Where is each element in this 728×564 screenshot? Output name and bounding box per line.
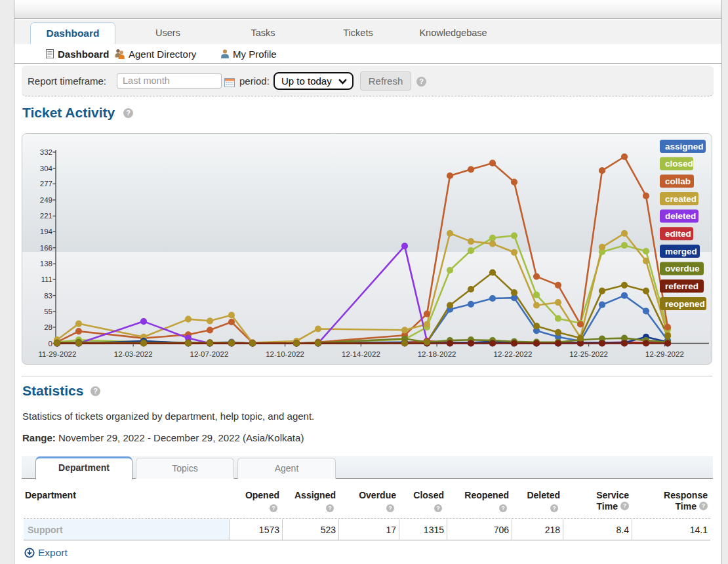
svg-text:12-07-2022: 12-07-2022 xyxy=(190,350,228,358)
svg-text:12-25-2022: 12-25-2022 xyxy=(569,350,608,358)
svg-text:111: 111 xyxy=(41,275,52,283)
svg-text:166: 166 xyxy=(40,244,52,252)
svg-text:194: 194 xyxy=(40,228,53,235)
svg-text:created: created xyxy=(665,194,697,204)
svg-text:249: 249 xyxy=(40,196,52,204)
svg-text:collab: collab xyxy=(665,176,691,186)
svg-text:12-22-2022: 12-22-2022 xyxy=(493,350,532,358)
svg-text:221: 221 xyxy=(40,212,52,220)
svg-text:deleted: deleted xyxy=(665,211,696,221)
svg-text:12-18-2022: 12-18-2022 xyxy=(418,350,456,358)
svg-text:referred: referred xyxy=(665,281,698,291)
svg-text:138: 138 xyxy=(40,260,52,268)
svg-text:12-10-2022: 12-10-2022 xyxy=(266,350,304,358)
svg-text:332: 332 xyxy=(40,148,52,156)
svg-text:closed: closed xyxy=(665,159,693,169)
svg-text:0: 0 xyxy=(49,340,52,348)
svg-text:edited: edited xyxy=(665,229,691,239)
svg-text:reopened: reopened xyxy=(665,299,705,309)
svg-text:11-29-2022: 11-29-2022 xyxy=(38,350,76,358)
svg-text:12-14-2022: 12-14-2022 xyxy=(342,350,380,358)
svg-text:28: 28 xyxy=(44,323,52,331)
svg-text:overdue: overdue xyxy=(665,264,700,273)
svg-text:12-03-2022: 12-03-2022 xyxy=(114,350,153,358)
svg-text:277: 277 xyxy=(40,180,52,188)
svg-text:304: 304 xyxy=(40,165,53,172)
svg-text:assigned: assigned xyxy=(665,142,704,151)
svg-text:merged: merged xyxy=(665,247,697,256)
svg-text:83: 83 xyxy=(44,292,52,300)
svg-text:12-29-2022: 12-29-2022 xyxy=(645,350,684,358)
svg-text:55: 55 xyxy=(44,308,52,315)
